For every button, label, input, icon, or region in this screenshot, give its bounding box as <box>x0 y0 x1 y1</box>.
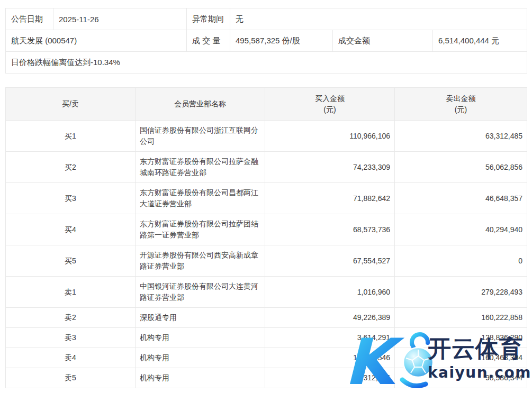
row-branch-cell: 机构专用 <box>136 368 265 388</box>
row-branch-cell: 国信证券股份有限公司浙江互联网分公司 <box>136 121 265 152</box>
row-side-cell: 卖4 <box>6 348 136 368</box>
row-side-cell: 买3 <box>6 183 136 214</box>
row-buy-amount-cell: 16,661,546 <box>265 348 395 368</box>
stock-name: 航天发展 (000547) <box>6 30 187 52</box>
row-side-cell: 卖3 <box>6 328 136 348</box>
info-row-volume: 航天发展 (000547) 成 交 量 495,587,325 份/股 成交金额… <box>6 30 527 52</box>
deviation-note: 日价格跌幅偏离值达到-10.34% <box>6 52 527 74</box>
header-buy-line1: 买入金额 <box>266 93 394 104</box>
announcement-date-label: 公告日期 <box>6 8 53 30</box>
volume-value: 495,587,325 份/股 <box>230 30 333 52</box>
abnormal-period-label: 异常期间 <box>187 8 230 30</box>
row-branch-cell: 开源证券股份有限公司西安高新成章路证券营业部 <box>136 245 265 277</box>
table-body: 买1国信证券股份有限公司浙江互联网分公司110,966,10663,312,48… <box>6 121 527 388</box>
row-branch-cell: 东方财富证券股份有限公司拉萨金融城南环路证券营业部 <box>136 152 265 183</box>
row-sell-amount-cell: 56,062,856 <box>395 152 527 183</box>
row-side-cell: 买2 <box>6 152 136 183</box>
row-sell-amount-cell: 0 <box>395 245 527 277</box>
announcement-date-value: 2025-11-26 <box>53 8 187 30</box>
row-sell-amount-cell: 63,312,485 <box>395 121 527 152</box>
abnormal-period-value: 无 <box>230 8 527 30</box>
table-row: 卖2深股通专用49,226,389160,222,858 <box>6 308 527 328</box>
row-buy-amount-cell: 3,614,291 <box>265 328 395 348</box>
header-buy-amount: 买入金额 (元) <box>265 88 395 121</box>
table-row: 卖3机构专用3,614,291128,836,290 <box>6 328 527 348</box>
header-buy-line2: (元) <box>266 104 394 115</box>
row-side-cell: 买5 <box>6 245 136 277</box>
info-row-date: 公告日期 2025-11-26 异常期间 无 <box>6 8 527 30</box>
row-branch-cell: 东方财富证券股份有限公司拉萨团结路第一证券营业部 <box>136 214 265 245</box>
table-row: 买2东方财富证券股份有限公司拉萨金融城南环路证券营业部74,233,30956,… <box>6 152 527 183</box>
lhb-table: 买/卖 会员营业部名称 买入金额 (元) 卖出金额 (元) 买1国信证券股份有限… <box>5 87 527 388</box>
row-buy-amount-cell: 12,312,445 <box>265 368 395 388</box>
row-side-cell: 买1 <box>6 121 136 152</box>
table-row: 买3东方财富证券股份有限公司昌都两江大道证券营业部71,882,64246,64… <box>6 183 527 214</box>
table-header-row: 买/卖 会员营业部名称 买入金额 (元) 卖出金额 (元) <box>6 88 527 121</box>
row-sell-amount-cell: 160,222,858 <box>395 308 527 328</box>
row-branch-cell: 东方财富证券股份有限公司昌都两江大道证券营业部 <box>136 183 265 214</box>
header-branch: 会员营业部名称 <box>136 88 265 121</box>
row-side-cell: 买4 <box>6 214 136 245</box>
table-row: 买4东方财富证券股份有限公司拉萨团结路第一证券营业部68,573,73640,2… <box>6 214 527 245</box>
volume-label: 成 交 量 <box>187 30 230 52</box>
header-side: 买/卖 <box>6 88 136 121</box>
row-buy-amount-cell: 49,226,389 <box>265 308 395 328</box>
row-branch-cell: 深股通专用 <box>136 308 265 328</box>
row-buy-amount-cell: 74,233,309 <box>265 152 395 183</box>
row-branch-cell: 中国银河证券股份有限公司大连黄河路证券营业部 <box>136 277 265 308</box>
row-buy-amount-cell: 71,882,642 <box>265 183 395 214</box>
turnover-label: 成交金额 <box>333 30 433 52</box>
info-row-deviation: 日价格跌幅偏离值达到-10.34% <box>6 52 527 74</box>
row-buy-amount-cell: 68,573,736 <box>265 214 395 245</box>
row-sell-amount-cell: 46,648,357 <box>395 183 527 214</box>
header-sell-amount: 卖出金额 (元) <box>395 88 527 121</box>
row-branch-cell: 机构专用 <box>136 348 265 368</box>
row-side-cell: 卖2 <box>6 308 136 328</box>
row-branch-cell: 机构专用 <box>136 328 265 348</box>
table-row: 卖1中国银河证券股份有限公司大连黄河路证券营业部1,016,960279,228… <box>6 277 527 308</box>
table-row: 卖4机构专用16,661,546160,463,304 <box>6 348 527 368</box>
table-row: 买5开源证券股份有限公司西安高新成章路证券营业部67,554,5270 <box>6 245 527 277</box>
row-sell-amount-cell: 98,586,344 <box>395 368 527 388</box>
stock-info-panel: 公告日期 2025-11-26 异常期间 无 航天发展 (000547) 成 交… <box>5 8 527 74</box>
table-row: 卖5机构专用12,312,44598,586,344 <box>6 368 527 388</box>
row-sell-amount-cell: 128,836,290 <box>395 328 527 348</box>
row-side-cell: 卖1 <box>6 277 136 308</box>
header-sell-line2: (元) <box>395 104 526 115</box>
row-buy-amount-cell: 110,966,106 <box>265 121 395 152</box>
row-sell-amount-cell: 279,228,493 <box>395 277 527 308</box>
row-sell-amount-cell: 40,294,940 <box>395 214 527 245</box>
table-row: 买1国信证券股份有限公司浙江互联网分公司110,966,10663,312,48… <box>6 121 527 152</box>
row-buy-amount-cell: 67,554,527 <box>265 245 395 277</box>
row-sell-amount-cell: 160,463,304 <box>395 348 527 368</box>
turnover-value: 6,514,400,444 元 <box>433 30 527 52</box>
row-buy-amount-cell: 1,016,960 <box>265 277 395 308</box>
row-side-cell: 卖5 <box>6 368 136 388</box>
header-sell-line1: 卖出金额 <box>395 93 526 104</box>
